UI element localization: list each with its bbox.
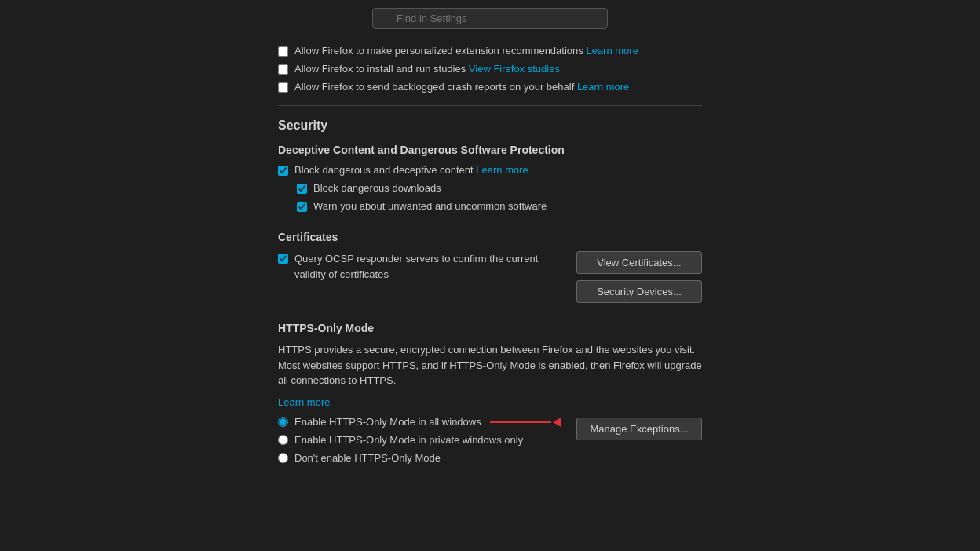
warn-unwanted-row: Warn you about unwanted and uncommon sof… bbox=[297, 200, 702, 212]
crash-learn-more-link[interactable]: Learn more bbox=[577, 81, 629, 93]
block-deceptive-row: Block dangerous and deceptive content Le… bbox=[278, 164, 702, 176]
https-disable-row: Don't enable HTTPS-Only Mode bbox=[278, 452, 576, 464]
studies-checkbox[interactable] bbox=[278, 64, 288, 75]
studies-row: Allow Firefox to install and run studies… bbox=[278, 63, 702, 75]
crash-label: Allow Firefox to send backlogged crash r… bbox=[294, 81, 629, 93]
security-title: Security bbox=[278, 119, 702, 133]
deceptive-subsection: Deceptive Content and Dangerous Software… bbox=[278, 144, 702, 212]
certs-left: Query OCSP responder servers to confirm … bbox=[278, 251, 564, 282]
crash-checkbox[interactable] bbox=[278, 82, 288, 93]
deceptive-title: Deceptive Content and Dangerous Software… bbox=[278, 144, 702, 156]
view-firefox-studies-link[interactable]: View Firefox studies bbox=[469, 63, 560, 75]
studies-label: Allow Firefox to install and run studies… bbox=[294, 63, 560, 75]
block-downloads-checkbox[interactable] bbox=[297, 184, 307, 194]
content-area: Allow Firefox to make personalized exten… bbox=[270, 45, 710, 470]
top-section: Allow Firefox to make personalized exten… bbox=[278, 45, 702, 93]
block-downloads-row: Block dangerous downloads bbox=[297, 182, 702, 194]
search-wrapper: 🔍 bbox=[372, 8, 608, 29]
ext-rec-row: Allow Firefox to make personalized exten… bbox=[278, 45, 702, 57]
arrow-annotation bbox=[490, 417, 561, 428]
certificates-content: Query OCSP responder servers to confirm … bbox=[278, 251, 702, 303]
page-container: 🔍 Allow Firefox to make personalized ext… bbox=[0, 0, 980, 470]
certs-buttons: View Certificates... Security Devices... bbox=[576, 251, 702, 303]
https-private-row: Enable HTTPS-Only Mode in private window… bbox=[278, 434, 576, 446]
ext-rec-learn-more-link[interactable]: Learn more bbox=[586, 45, 638, 57]
security-devices-button[interactable]: Security Devices... bbox=[576, 280, 702, 303]
https-learn-more-link[interactable]: Learn more bbox=[278, 396, 702, 408]
ocsp-row: Query OCSP responder servers to confirm … bbox=[278, 251, 564, 282]
search-bar-container: 🔍 bbox=[270, 8, 710, 29]
crash-row: Allow Firefox to send backlogged crash r… bbox=[278, 81, 702, 93]
https-all-row: Enable HTTPS-Only Mode in all windows bbox=[278, 416, 576, 429]
https-row-with-btn: Enable HTTPS-Only Mode in all windows En… bbox=[278, 416, 702, 471]
ocsp-checkbox[interactable] bbox=[278, 254, 288, 264]
block-deceptive-learn-more-link[interactable]: Learn more bbox=[476, 164, 528, 176]
search-input[interactable] bbox=[372, 8, 608, 29]
https-only-section: HTTPS-Only Mode HTTPS provides a secure,… bbox=[278, 322, 702, 470]
ext-rec-checkbox[interactable] bbox=[278, 46, 288, 57]
certificates-subsection: Certificates Query OCSP responder server… bbox=[278, 231, 702, 303]
https-only-title: HTTPS-Only Mode bbox=[278, 322, 702, 334]
https-radios: Enable HTTPS-Only Mode in all windows En… bbox=[278, 416, 576, 471]
block-downloads-label: Block dangerous downloads bbox=[313, 182, 441, 194]
block-deceptive-checkbox[interactable] bbox=[278, 166, 288, 176]
certificates-title: Certificates bbox=[278, 231, 702, 243]
warn-unwanted-checkbox[interactable] bbox=[297, 202, 307, 212]
https-disable-label: Don't enable HTTPS-Only Mode bbox=[294, 452, 441, 464]
block-deceptive-label: Block dangerous and deceptive content Le… bbox=[294, 164, 528, 176]
https-private-radio[interactable] bbox=[278, 435, 288, 445]
view-certificates-button[interactable]: View Certificates... bbox=[576, 251, 702, 274]
https-all-radio[interactable] bbox=[278, 417, 288, 427]
manage-exceptions-button[interactable]: Manage Exceptions... bbox=[576, 418, 702, 440]
section-divider bbox=[278, 105, 702, 106]
warn-unwanted-label: Warn you about unwanted and uncommon sof… bbox=[313, 200, 547, 212]
ext-rec-label: Allow Firefox to make personalized exten… bbox=[294, 45, 638, 57]
ocsp-label: Query OCSP responder servers to confirm … bbox=[294, 251, 564, 282]
security-section: Security Deceptive Content and Dangerous… bbox=[278, 119, 702, 470]
https-all-label: Enable HTTPS-Only Mode in all windows bbox=[294, 416, 561, 429]
https-description: HTTPS provides a secure, encrypted conne… bbox=[278, 342, 702, 389]
https-private-label: Enable HTTPS-Only Mode in private window… bbox=[294, 434, 523, 446]
https-disable-radio[interactable] bbox=[278, 453, 288, 463]
